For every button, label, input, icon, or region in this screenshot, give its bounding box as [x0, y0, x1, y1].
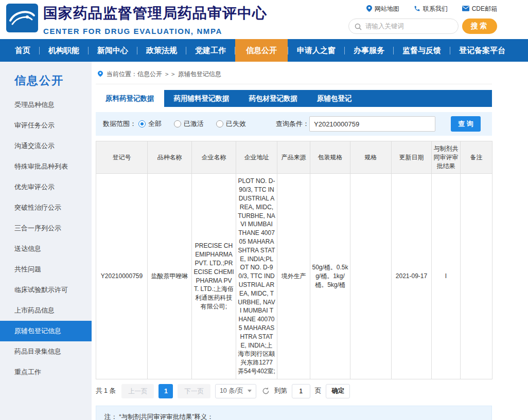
col-header-remark: 备注 — [461, 141, 492, 174]
scope-label: 数据范围： — [103, 119, 136, 129]
query-button[interactable]: 查 询 — [451, 116, 481, 132]
radio-inactive-label: 已失效 — [226, 119, 246, 129]
title-block: 国家药品监督管理局药品审评中心 CENTER FOR DRUG EVALUATI… — [43, 4, 267, 35]
cell-package: 50g/桶。0.5kg/桶。1kg/桶。5kg/桶 — [310, 174, 350, 379]
page-number-1[interactable]: 1 — [159, 384, 173, 398]
location-pin-icon — [366, 5, 372, 13]
col-header-spec: 规格 — [350, 141, 392, 174]
radio-active[interactable]: 已激活 — [174, 119, 204, 129]
sidebar-item-raw-material-registration[interactable]: 原辅包登记信息 — [0, 321, 92, 341]
next-page-button[interactable]: 下一页 — [178, 384, 210, 398]
search-row: 搜索 — [348, 19, 497, 34]
pagination: 共 1 条 上一页 1 下一页 10 条/页 到第 页 确定 — [96, 384, 492, 398]
main-panel: 当前位置：信息公开 ＞＞ 原辅包登记信息 原料药登记数据 药用辅料登记数据 药包… — [92, 62, 528, 420]
nav-item-services[interactable]: 办事服务 — [345, 39, 393, 62]
main-nav: 首页 机构职能 新闻中心 政策法规 党建工作 信息公开 申请人之窗 办事服务 监… — [0, 39, 528, 62]
location-pin-icon — [98, 70, 103, 79]
link-mail-label: CDE邮箱 — [472, 5, 497, 13]
nav-item-info-disclosure[interactable]: 信息公开 — [235, 39, 288, 62]
tab-bar: 原料药登记数据 药用辅料登记数据 药包材登记数据 原辅包登记 — [96, 90, 492, 107]
sidebar-item-marketed-drugs[interactable]: 上市药品信息 — [0, 300, 92, 321]
search-input[interactable] — [365, 23, 452, 30]
nav-item-party[interactable]: 党建工作 — [186, 39, 235, 62]
radio-all-label: 全部 — [148, 119, 162, 129]
sidebar: 信息公开 受理品种信息 审评任务公示 沟通交流公示 特殊审批品种列表 优先审评公… — [0, 62, 92, 420]
nav-item-functions[interactable]: 机构职能 — [40, 39, 88, 62]
page-size-select[interactable]: 10 条/页 — [215, 384, 256, 398]
sidebar-title: 信息公开 — [0, 73, 92, 88]
sidebar-item-review-tasks[interactable]: 审评任务公示 — [0, 115, 92, 136]
tab-api-registration[interactable]: 原料药登记数据 — [96, 90, 164, 107]
cell-remark — [461, 174, 492, 379]
confirm-button[interactable]: 确定 — [326, 384, 350, 398]
refresh-icon[interactable] — [262, 387, 270, 395]
query-input[interactable] — [309, 116, 435, 132]
goto-suffix: 页 — [315, 387, 322, 395]
sidebar-item-delivery-info[interactable]: 送达信息 — [0, 239, 92, 259]
col-header-company: 企业名称 — [192, 141, 236, 174]
radio-all[interactable]: 全部 — [138, 119, 162, 129]
col-header-reg-no: 登记号 — [96, 141, 148, 174]
page-goto-input[interactable] — [292, 384, 310, 398]
tab-raw-material-registration[interactable]: 原辅包登记 — [307, 90, 362, 107]
link-contact[interactable]: 联系我们 — [414, 5, 448, 13]
nav-item-home[interactable]: 首页 — [6, 39, 39, 62]
sidebar-item-communication[interactable]: 沟通交流公示 — [0, 136, 92, 156]
cde-logo-icon — [6, 25, 38, 34]
sidebar-item-special-approval[interactable]: 特殊审批品种列表 — [0, 156, 92, 177]
nav-item-registration-platform[interactable]: 登记备案平台 — [450, 39, 514, 62]
site-title: 国家药品监督管理局药品审评中心 — [43, 4, 267, 23]
search-button[interactable]: 搜索 — [462, 19, 497, 34]
sidebar-item-accepted-varieties[interactable]: 受理品种信息 — [0, 95, 92, 115]
cell-address: PLOT NO. D-90/3, TTC INDUSTRIAL AREA, MI… — [236, 174, 277, 379]
results-table: 登记号 品种名称 企业名称 企业地址 产品来源 包装规格 规格 更新日期 与制剂… — [96, 141, 492, 379]
sidebar-item-three-in-one[interactable]: 三合一序列公示 — [0, 218, 92, 239]
header-right: 网站地图 联系我们 CDE邮箱 搜索 — [348, 5, 497, 34]
col-header-product-name: 品种名称 — [148, 141, 192, 174]
site-header: 国家药品监督管理局药品审评中心 CENTER FOR DRUG EVALUATI… — [0, 0, 528, 39]
search-box — [348, 19, 459, 34]
link-sitemap[interactable]: 网站地图 — [366, 5, 399, 13]
goto-label: 到第 — [274, 387, 287, 395]
content: 信息公开 受理品种信息 审评任务公示 沟通交流公示 特殊审批品种列表 优先审评公… — [0, 62, 528, 420]
nav-item-policy[interactable]: 政策法规 — [137, 39, 186, 62]
nav-item-supervision[interactable]: 监督与反馈 — [394, 39, 450, 62]
sidebar-item-priority-review[interactable]: 优先审评公示 — [0, 177, 92, 197]
link-contact-label: 联系我们 — [423, 5, 448, 13]
link-mail[interactable]: CDE邮箱 — [462, 5, 497, 13]
radio-circle-icon — [174, 120, 181, 127]
breadcrumb-text: 当前位置：信息公开 ＞＞ 原辅包登记信息 — [107, 70, 221, 79]
sidebar-item-breakthrough-therapy[interactable]: 突破性治疗公示 — [0, 197, 92, 218]
phone-icon — [414, 5, 420, 13]
pagination-total: 共 1 条 — [96, 387, 116, 395]
tab-excipient-registration[interactable]: 药用辅料登记数据 — [164, 90, 239, 107]
tab-packaging-registration[interactable]: 药包材登记数据 — [239, 90, 308, 107]
breadcrumb: 当前位置：信息公开 ＞＞ 原辅包登记信息 — [96, 68, 492, 84]
cell-product-name: 盐酸萘甲唑啉 — [148, 174, 192, 379]
cell-company: PRECISE CHEMIPHARMA PVT. LTD.;PRECISE CH… — [192, 174, 236, 379]
table-header-row: 登记号 品种名称 企业名称 企业地址 产品来源 包装规格 规格 更新日期 与制剂… — [96, 141, 492, 174]
chevron-down-icon — [248, 390, 252, 392]
radio-circle-icon — [216, 120, 223, 127]
sidebar-item-key-work[interactable]: 重点工作 — [0, 362, 92, 382]
cell-update-date: 2021-09-17 — [392, 174, 432, 379]
link-sitemap-label: 网站地图 — [375, 5, 399, 13]
mail-icon — [462, 6, 469, 13]
sidebar-item-common-issues[interactable]: 共性问题 — [0, 259, 92, 280]
nav-item-applicant[interactable]: 申请人之窗 — [288, 39, 344, 62]
site-logo[interactable] — [6, 4, 38, 32]
col-header-source: 产品来源 — [277, 141, 310, 174]
cell-spec — [350, 174, 392, 379]
site-subtitle: CENTER FOR DRUG EVALUATION, NMPA — [43, 27, 267, 35]
radio-inactive[interactable]: 已失效 — [216, 119, 246, 129]
prev-page-button[interactable]: 上一页 — [121, 384, 154, 398]
sidebar-item-clinical-trial-license[interactable]: 临床试验默示许可 — [0, 280, 92, 300]
col-header-package: 包装规格 — [310, 141, 350, 174]
sidebar-item-drug-catalog[interactable]: 药品目录集信息 — [0, 341, 92, 362]
table-row: Y20210000759 盐酸萘甲唑啉 PRECISE CHEMIPHARMA … — [96, 174, 492, 379]
radio-circle-icon — [138, 120, 146, 127]
nav-item-news[interactable]: 新闻中心 — [89, 39, 137, 62]
col-header-co-review-result: 与制剂共同审评审批结果 — [432, 141, 461, 174]
query-label: 查询条件： — [276, 119, 309, 129]
filter-bar: 数据范围： 全部 已激活 已失效 查询条件： 查 询 — [96, 112, 492, 136]
